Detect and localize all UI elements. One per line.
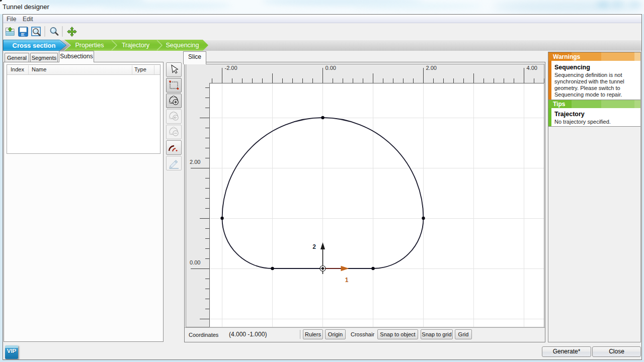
svg-text:Properties: Properties xyxy=(75,42,104,49)
svg-text:0.00: 0.00 xyxy=(190,259,200,265)
svg-text:2.00: 2.00 xyxy=(190,159,200,165)
svg-text:Trajectory: Trajectory xyxy=(122,42,150,49)
svg-text:Sequencing: Sequencing xyxy=(166,42,199,49)
svg-text:0.00: 0.00 xyxy=(326,65,336,71)
svg-text:2.00: 2.00 xyxy=(426,65,437,71)
svg-text:1: 1 xyxy=(345,277,349,284)
svg-text:-2.00: -2.00 xyxy=(225,65,237,71)
svg-text:2: 2 xyxy=(312,243,316,250)
svg-text:Cross section: Cross section xyxy=(13,42,56,49)
svg-text:4.00: 4.00 xyxy=(527,65,537,71)
